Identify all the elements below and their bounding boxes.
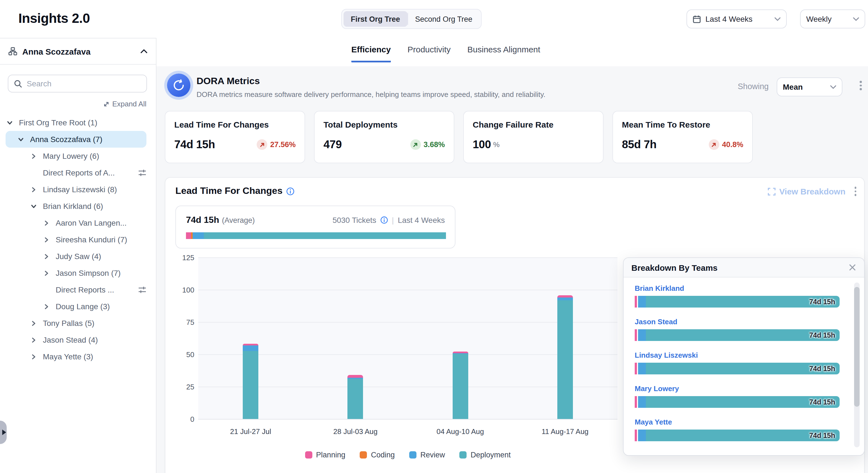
- tree-item-label: Jason Stead (4): [43, 335, 98, 344]
- stacked-bar-21-jul-27-jul[interactable]: [243, 344, 258, 419]
- tab-productivity[interactable]: Productivity: [408, 45, 451, 62]
- average-summary-card: 74d 15h (Average) 5030 Tickets | Last 4 …: [175, 206, 456, 248]
- chevron-right-icon[interactable]: [43, 253, 56, 259]
- y-axis-tick-label: 100: [165, 286, 194, 294]
- metric-card-unit: %: [493, 140, 500, 149]
- team-stacked-bar[interactable]: 74d 15h: [635, 430, 840, 441]
- tabs: EfficiencyProductivityBusiness Alignment: [351, 45, 540, 62]
- avg-segment-planning: [186, 232, 191, 239]
- team-bar-review: [638, 430, 646, 441]
- dora-kebab-menu-icon[interactable]: [860, 81, 862, 90]
- tree-item-label: Jason Simpson (7): [56, 269, 121, 277]
- sidebar-collapse-handle[interactable]: [0, 421, 7, 444]
- chevron-down-icon[interactable]: [18, 136, 30, 142]
- panel-scrollbar[interactable]: [854, 283, 860, 447]
- granularity-dropdown[interactable]: Weekly: [800, 9, 865, 28]
- toggle-divider: [407, 13, 408, 25]
- toggle-first-org-tree[interactable]: First Org Tree: [343, 11, 407, 27]
- team-stacked-bar[interactable]: 74d 15h: [635, 363, 840, 375]
- search-input[interactable]: [27, 79, 141, 88]
- chevron-right-icon[interactable]: [31, 186, 43, 193]
- y-axis-tick-label: 50: [165, 350, 194, 359]
- panel-header: Breakdown By Teams: [624, 258, 864, 277]
- team-value: 74d 15h: [809, 331, 835, 339]
- sidebar-header[interactable]: Anna Scozzafava: [0, 38, 156, 65]
- close-icon[interactable]: [848, 264, 856, 271]
- info-icon[interactable]: [286, 187, 295, 195]
- chevron-down-icon[interactable]: [31, 203, 43, 209]
- chevron-right-icon[interactable]: [43, 303, 56, 309]
- view-breakdown-button[interactable]: View Breakdown: [768, 187, 845, 196]
- sidebar-item-aaron-van-langen[interactable]: Aaron Van Langen...: [6, 214, 147, 231]
- expand-all-button[interactable]: Expand All: [103, 100, 147, 108]
- stacked-bar-28-jul-03-aug[interactable]: [348, 375, 363, 419]
- team-name-link[interactable]: Jason Stead: [635, 318, 840, 326]
- breakdown-by-teams-panel: Breakdown By Teams Brian Kirkland74d 15h…: [623, 257, 865, 456]
- chevron-right-icon[interactable]: [43, 220, 56, 226]
- sidebar-item-direct-reports-of-a[interactable]: Direct Reports of A...: [6, 164, 147, 181]
- team-row-lindsay-liszewski: Lindsay Liszewski74d 15h: [635, 351, 840, 375]
- legend-item-review: Review: [409, 451, 445, 459]
- sidebar-item-jason-stead[interactable]: Jason Stead (4): [6, 331, 147, 348]
- chevron-right-icon[interactable]: [31, 354, 43, 360]
- legend-item-coding: Coding: [360, 451, 395, 459]
- chevron-right-icon[interactable]: [31, 320, 43, 326]
- sidebar-item-anna-scozzafava[interactable]: Anna Scozzafava (7): [6, 131, 147, 148]
- metric-card-total-deployments: Total Deployments4793.68%: [314, 111, 454, 163]
- sidebar-item-maya-yette[interactable]: Maya Yette (3): [6, 348, 147, 365]
- bar-segment-review: [557, 297, 573, 300]
- sidebar-item-mary-lowery[interactable]: Mary Lowery (6): [6, 148, 147, 164]
- chevron-right-icon[interactable]: [43, 237, 56, 243]
- team-name-link[interactable]: Maya Yette: [635, 418, 840, 426]
- metric-cards: Lead Time For Changes74d 15h27.56%Total …: [165, 111, 753, 163]
- showing-label: Showing: [738, 82, 769, 91]
- lead-kebab-menu-icon[interactable]: [855, 187, 856, 196]
- sidebar-item-first-org-tree-root[interactable]: First Org Tree Root (1): [6, 114, 147, 131]
- stacked-bar-04-aug-10-aug[interactable]: [453, 352, 468, 419]
- chevron-right-icon[interactable]: [43, 270, 56, 276]
- info-icon[interactable]: [380, 216, 388, 224]
- team-bar-planning: [635, 296, 637, 307]
- view-breakdown-label: View Breakdown: [779, 187, 845, 196]
- tab-efficiency[interactable]: Efficiency: [351, 45, 391, 62]
- team-stacked-bar[interactable]: 74d 15h: [635, 396, 840, 408]
- tree-item-label: Direct Reports ...: [56, 285, 114, 294]
- sidebar-item-judy-saw[interactable]: Judy Saw (4): [6, 248, 147, 265]
- tab-business-alignment[interactable]: Business Alignment: [467, 45, 540, 62]
- filter-sliders-icon[interactable]: [138, 169, 147, 177]
- showing-dropdown[interactable]: Mean: [777, 78, 842, 96]
- stacked-bar-11-aug-17-aug[interactable]: [557, 296, 573, 419]
- sidebar-item-direct-reports[interactable]: Direct Reports ...: [6, 282, 147, 298]
- chevron-right-icon[interactable]: [31, 337, 43, 343]
- chevron-down-icon[interactable]: [7, 119, 19, 126]
- metric-card-value: 479: [323, 138, 342, 151]
- team-stacked-bar[interactable]: 74d 15h: [635, 296, 840, 307]
- sidebar-item-tony-pallas[interactable]: Tony Pallas (5): [6, 315, 147, 331]
- sidebar-item-sireesha-kunduri[interactable]: Sireesha Kunduri (7): [6, 231, 147, 248]
- collapse-chevron-up-icon[interactable]: [140, 49, 148, 54]
- expand-all-label: Expand All: [112, 100, 147, 108]
- tree-item-label: First Org Tree Root (1): [19, 118, 97, 127]
- team-row-jason-stead: Jason Stead74d 15h: [635, 318, 840, 341]
- bar-segment-deployment: [348, 379, 363, 419]
- team-name-link[interactable]: Brian Kirkland: [635, 284, 840, 293]
- sidebar-item-jason-simpson[interactable]: Jason Simpson (7): [6, 265, 147, 282]
- toggle-second-org-tree[interactable]: Second Org Tree: [408, 11, 479, 27]
- gridline: [198, 290, 617, 290]
- sidebar-item-doug-lange[interactable]: Doug Lange (3): [6, 298, 147, 315]
- team-name-link[interactable]: Mary Lowery: [635, 384, 840, 393]
- filter-sliders-icon[interactable]: [138, 286, 147, 294]
- y-axis-tick-label: 75: [165, 318, 194, 326]
- sidebar-search[interactable]: [8, 75, 147, 92]
- sidebar-item-brian-kirkland[interactable]: Brian Kirkland (6): [6, 198, 147, 214]
- team-stacked-bar[interactable]: 74d 15h: [635, 329, 840, 341]
- team-name-link[interactable]: Lindsay Liszewski: [635, 351, 840, 359]
- legend-item-planning: Planning: [305, 451, 345, 459]
- metric-card-change-failure-rate: Change Failure Rate100%: [463, 111, 603, 163]
- sidebar-item-lindsay-liszewski[interactable]: Lindsay Liszewski (8): [6, 181, 147, 198]
- date-range-dropdown[interactable]: Last 4 Weeks: [686, 9, 787, 28]
- bar-segment-planning: [557, 296, 573, 297]
- chevron-right-icon[interactable]: [31, 153, 43, 159]
- panel-scrollbar-thumb[interactable]: [854, 287, 860, 407]
- team-value: 74d 15h: [809, 398, 835, 406]
